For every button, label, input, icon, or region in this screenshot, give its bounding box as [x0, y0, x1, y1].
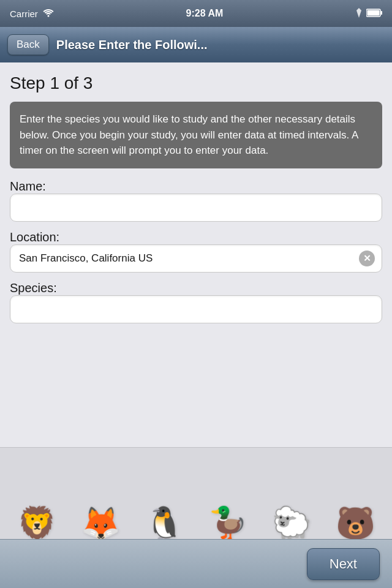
- status-bar: Carrier 9:28 AM: [0, 0, 392, 27]
- list-item[interactable]: 🐧: [132, 459, 196, 539]
- nav-bar: Back Please Enter the Followi...: [0, 27, 392, 62]
- penguin-icon: 🐧: [145, 507, 184, 539]
- next-button[interactable]: Next: [307, 548, 380, 580]
- name-label: Name:: [10, 179, 46, 193]
- step-label: Step 1 of 3: [10, 74, 382, 93]
- main-content: Step 1 of 3 Enter the species you would …: [0, 62, 392, 332]
- svg-point-0: [47, 15, 49, 17]
- svg-rect-3: [367, 10, 379, 15]
- lion-icon: 🦁: [17, 507, 57, 539]
- status-right: [355, 8, 382, 20]
- nav-title: Please Enter the Followi...: [56, 38, 385, 52]
- list-item[interactable]: 🐑: [260, 459, 323, 539]
- species-input[interactable]: [10, 295, 382, 323]
- location-icon: [355, 8, 363, 20]
- sheep-icon: 🐑: [272, 507, 312, 539]
- list-item[interactable]: 🐻: [323, 459, 387, 539]
- status-time: 9:28 AM: [186, 8, 224, 19]
- bottom-bar: Next: [0, 539, 392, 588]
- list-item[interactable]: 🦁: [5, 459, 69, 539]
- species-label: Species:: [10, 281, 57, 295]
- bear-icon: 🐻: [336, 507, 375, 539]
- instructions-box: Enter the species you would like to stud…: [10, 102, 382, 168]
- carrier-label: Carrier: [10, 9, 38, 19]
- list-item[interactable]: 🦆: [196, 459, 260, 539]
- instructions-text: Enter the species you would like to stud…: [20, 113, 358, 156]
- animal-carousel: 🦁 🦊 🐧 🦆 🐑 🐻: [0, 447, 392, 539]
- status-left: Carrier: [10, 9, 54, 19]
- fox-icon: 🦊: [81, 507, 121, 539]
- list-item[interactable]: 🦊: [69, 459, 132, 539]
- species-section: Species:: [10, 281, 382, 332]
- wifi-icon: [43, 9, 54, 19]
- battery-icon: [366, 9, 382, 19]
- duck-icon: 🦆: [208, 507, 248, 539]
- location-clear-button[interactable]: ✕: [359, 251, 375, 266]
- location-input[interactable]: [10, 244, 382, 273]
- location-input-wrapper: ✕: [10, 244, 382, 273]
- name-input[interactable]: [10, 194, 382, 222]
- svg-rect-2: [380, 11, 382, 15]
- back-button[interactable]: Back: [7, 34, 49, 55]
- location-label: Location:: [10, 230, 59, 244]
